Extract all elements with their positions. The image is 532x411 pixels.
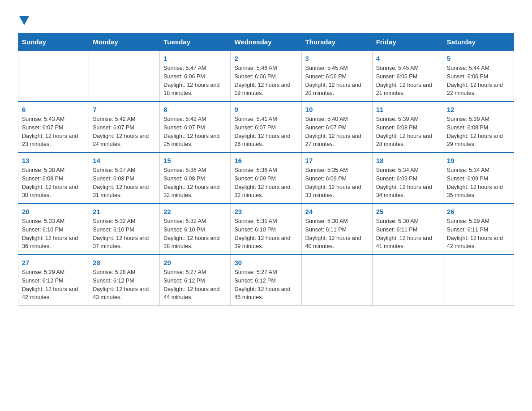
day-number: 15 <box>163 157 227 164</box>
day-of-week-header: Monday <box>89 34 160 51</box>
calendar-day-cell: 8Sunrise: 5:42 AMSunset: 6:07 PMDaylight… <box>160 102 231 153</box>
day-info: Sunrise: 5:45 AMSunset: 6:06 PMDaylight:… <box>376 64 439 98</box>
calendar-day-cell: 30Sunrise: 5:27 AMSunset: 6:12 PMDayligh… <box>231 255 301 306</box>
calendar-day-cell: 13Sunrise: 5:38 AMSunset: 6:08 PMDayligh… <box>18 153 89 204</box>
day-number: 14 <box>93 157 156 164</box>
day-number: 20 <box>22 208 85 215</box>
calendar-day-cell: 29Sunrise: 5:27 AMSunset: 6:12 PMDayligh… <box>160 255 231 306</box>
day-info: Sunrise: 5:42 AMSunset: 6:07 PMDaylight:… <box>163 115 227 149</box>
day-number: 27 <box>22 259 85 266</box>
calendar-day-cell <box>89 51 160 102</box>
calendar-day-cell: 21Sunrise: 5:32 AMSunset: 6:10 PMDayligh… <box>89 204 160 255</box>
calendar-day-cell: 15Sunrise: 5:36 AMSunset: 6:08 PMDayligh… <box>160 153 231 204</box>
day-of-week-header: Friday <box>372 34 443 51</box>
day-number: 24 <box>305 208 369 215</box>
day-number: 29 <box>163 259 227 266</box>
day-number: 7 <box>93 106 156 113</box>
day-number: 4 <box>376 55 439 62</box>
calendar-day-cell: 17Sunrise: 5:35 AMSunset: 6:09 PMDayligh… <box>301 153 372 204</box>
day-info: Sunrise: 5:39 AMSunset: 6:08 PMDaylight:… <box>447 115 510 149</box>
calendar-table: SundayMondayTuesdayWednesdayThursdayFrid… <box>18 33 514 306</box>
day-info: Sunrise: 5:39 AMSunset: 6:08 PMDaylight:… <box>376 115 439 149</box>
calendar-week-row: 27Sunrise: 5:29 AMSunset: 6:12 PMDayligh… <box>18 255 514 306</box>
day-number: 22 <box>163 208 227 215</box>
day-info: Sunrise: 5:41 AMSunset: 6:07 PMDaylight:… <box>234 115 297 149</box>
day-info: Sunrise: 5:43 AMSunset: 6:07 PMDaylight:… <box>22 115 85 149</box>
day-number: 11 <box>376 106 439 113</box>
day-info: Sunrise: 5:30 AMSunset: 6:11 PMDaylight:… <box>305 217 369 251</box>
day-of-week-header: Tuesday <box>160 34 231 51</box>
calendar-day-cell: 12Sunrise: 5:39 AMSunset: 6:08 PMDayligh… <box>443 102 514 153</box>
calendar-day-cell: 10Sunrise: 5:40 AMSunset: 6:07 PMDayligh… <box>301 102 372 153</box>
day-number: 19 <box>447 157 510 164</box>
day-info: Sunrise: 5:27 AMSunset: 6:12 PMDaylight:… <box>234 268 297 302</box>
calendar-day-cell: 6Sunrise: 5:43 AMSunset: 6:07 PMDaylight… <box>18 102 89 153</box>
logo <box>18 13 29 24</box>
day-info: Sunrise: 5:33 AMSunset: 6:10 PMDaylight:… <box>22 217 85 251</box>
day-number: 8 <box>163 106 227 113</box>
calendar-day-cell: 9Sunrise: 5:41 AMSunset: 6:07 PMDaylight… <box>231 102 301 153</box>
calendar-day-cell: 25Sunrise: 5:30 AMSunset: 6:11 PMDayligh… <box>372 204 443 255</box>
day-number: 18 <box>376 157 439 164</box>
day-number: 3 <box>305 55 369 62</box>
day-info: Sunrise: 5:32 AMSunset: 6:10 PMDaylight:… <box>163 217 227 251</box>
logo-triangle-icon <box>19 16 29 25</box>
day-of-week-header: Sunday <box>18 34 89 51</box>
day-info: Sunrise: 5:27 AMSunset: 6:12 PMDaylight:… <box>163 268 227 302</box>
day-info: Sunrise: 5:36 AMSunset: 6:08 PMDaylight:… <box>163 166 227 200</box>
calendar-day-cell <box>372 255 443 306</box>
day-info: Sunrise: 5:46 AMSunset: 6:06 PMDaylight:… <box>234 64 297 98</box>
page-header <box>18 13 514 24</box>
day-number: 16 <box>234 157 297 164</box>
calendar-week-row: 13Sunrise: 5:38 AMSunset: 6:08 PMDayligh… <box>18 153 514 204</box>
calendar-day-cell: 26Sunrise: 5:29 AMSunset: 6:11 PMDayligh… <box>443 204 514 255</box>
day-number: 21 <box>93 208 156 215</box>
calendar-day-cell: 1Sunrise: 5:47 AMSunset: 6:06 PMDaylight… <box>160 51 231 102</box>
calendar-day-cell: 14Sunrise: 5:37 AMSunset: 6:08 PMDayligh… <box>89 153 160 204</box>
calendar-day-cell: 7Sunrise: 5:42 AMSunset: 6:07 PMDaylight… <box>89 102 160 153</box>
day-number: 12 <box>447 106 510 113</box>
calendar-day-cell: 16Sunrise: 5:36 AMSunset: 6:09 PMDayligh… <box>231 153 301 204</box>
calendar-header: SundayMondayTuesdayWednesdayThursdayFrid… <box>18 34 514 51</box>
day-number: 26 <box>447 208 510 215</box>
day-number: 5 <box>447 55 510 62</box>
day-info: Sunrise: 5:45 AMSunset: 6:06 PMDaylight:… <box>305 64 369 98</box>
day-number: 13 <box>22 157 85 164</box>
calendar-day-cell: 3Sunrise: 5:45 AMSunset: 6:06 PMDaylight… <box>301 51 372 102</box>
calendar-day-cell: 4Sunrise: 5:45 AMSunset: 6:06 PMDaylight… <box>372 51 443 102</box>
day-number: 23 <box>234 208 297 215</box>
day-info: Sunrise: 5:34 AMSunset: 6:09 PMDaylight:… <box>447 166 510 200</box>
day-info: Sunrise: 5:28 AMSunset: 6:12 PMDaylight:… <box>93 268 156 302</box>
day-number: 30 <box>234 259 297 266</box>
day-info: Sunrise: 5:30 AMSunset: 6:11 PMDaylight:… <box>376 217 439 251</box>
calendar-day-cell: 19Sunrise: 5:34 AMSunset: 6:09 PMDayligh… <box>443 153 514 204</box>
day-of-week-header: Saturday <box>443 34 514 51</box>
day-info: Sunrise: 5:38 AMSunset: 6:08 PMDaylight:… <box>22 166 85 200</box>
calendar-day-cell: 23Sunrise: 5:31 AMSunset: 6:10 PMDayligh… <box>231 204 301 255</box>
svg-marker-0 <box>19 16 29 25</box>
day-of-week-header: Wednesday <box>231 34 301 51</box>
day-number: 17 <box>305 157 369 164</box>
day-number: 2 <box>234 55 297 62</box>
days-of-week-row: SundayMondayTuesdayWednesdayThursdayFrid… <box>18 34 514 51</box>
day-info: Sunrise: 5:31 AMSunset: 6:10 PMDaylight:… <box>234 217 297 251</box>
calendar-day-cell: 2Sunrise: 5:46 AMSunset: 6:06 PMDaylight… <box>231 51 301 102</box>
calendar-day-cell: 22Sunrise: 5:32 AMSunset: 6:10 PMDayligh… <box>160 204 231 255</box>
day-number: 10 <box>305 106 369 113</box>
calendar-week-row: 1Sunrise: 5:47 AMSunset: 6:06 PMDaylight… <box>18 51 514 102</box>
calendar-day-cell: 28Sunrise: 5:28 AMSunset: 6:12 PMDayligh… <box>89 255 160 306</box>
day-info: Sunrise: 5:34 AMSunset: 6:09 PMDaylight:… <box>376 166 439 200</box>
day-info: Sunrise: 5:36 AMSunset: 6:09 PMDaylight:… <box>234 166 297 200</box>
day-number: 28 <box>93 259 156 266</box>
day-info: Sunrise: 5:47 AMSunset: 6:06 PMDaylight:… <box>163 64 227 98</box>
day-info: Sunrise: 5:29 AMSunset: 6:12 PMDaylight:… <box>22 268 85 302</box>
calendar-day-cell: 5Sunrise: 5:44 AMSunset: 6:06 PMDaylight… <box>443 51 514 102</box>
calendar-body: 1Sunrise: 5:47 AMSunset: 6:06 PMDaylight… <box>18 51 514 306</box>
calendar-day-cell: 11Sunrise: 5:39 AMSunset: 6:08 PMDayligh… <box>372 102 443 153</box>
calendar-week-row: 20Sunrise: 5:33 AMSunset: 6:10 PMDayligh… <box>18 204 514 255</box>
calendar-day-cell <box>301 255 372 306</box>
calendar-day-cell <box>443 255 514 306</box>
day-info: Sunrise: 5:42 AMSunset: 6:07 PMDaylight:… <box>93 115 156 149</box>
calendar-day-cell: 24Sunrise: 5:30 AMSunset: 6:11 PMDayligh… <box>301 204 372 255</box>
day-number: 1 <box>163 55 227 62</box>
